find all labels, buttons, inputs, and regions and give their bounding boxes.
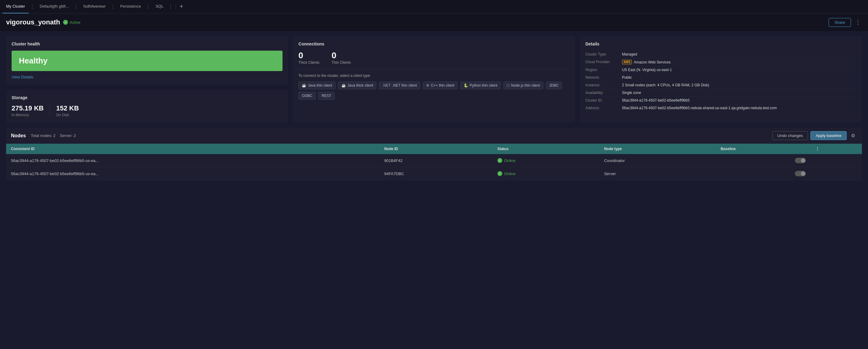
table-row: 56ac3944-a176-4507-be02-b5ee6eff96b5-us-…: [6, 154, 862, 167]
page-header: vigorous_yonath Active Share ⋮: [0, 13, 868, 31]
td-node-type: Server: [599, 167, 716, 180]
status-badge: Active: [63, 20, 80, 25]
client-btn-cpp-thin[interactable]: ⚙C++ thin client: [423, 82, 458, 89]
detail-row: Cloud Provider:AWSAmazon Web Services: [586, 58, 857, 66]
detail-row: Cluster Type:Managed: [586, 51, 857, 58]
baseline-toggle[interactable]: [795, 171, 806, 176]
detail-row: Availability:Single zone: [586, 89, 857, 97]
thin-clients-count: 0 Thin Clients: [332, 51, 351, 65]
page-title: vigorous_yonath: [6, 18, 60, 26]
storage-title: Storage: [11, 95, 282, 100]
tab-2-dots[interactable]: ⋮: [110, 4, 117, 9]
tab-my-cluster[interactable]: My Cluster: [2, 0, 29, 13]
details-title: Details: [586, 41, 857, 47]
nodes-title: Nodes: [11, 133, 26, 139]
tab-separator: [176, 4, 176, 10]
storage-card: Storage 275.19 KB In-Memory 152 KB On Di…: [6, 90, 288, 123]
details-card: Details Cluster Type:ManagedCloud Provid…: [580, 36, 862, 123]
nodes-table-body: 56ac3944-a176-4507-be02-b5ee6eff96b5-us-…: [6, 154, 862, 180]
title-group: vigorous_yonath Active: [6, 18, 81, 26]
status-label: Active: [69, 20, 80, 25]
view-details-link[interactable]: View Details: [11, 75, 33, 79]
connections-card: Connections 0 Thick Clients 0 Thin Clien…: [293, 36, 575, 123]
td-node-id: 901B4F42: [379, 154, 493, 167]
detail-row: Address:56ac3944-a176-4507-be02-b5ee6eff…: [586, 104, 857, 112]
td-consistent-id: 56ac3944-a176-4507-be02-b5ee6eff96b5-us-…: [6, 154, 379, 167]
client-btn-odbc[interactable]: ODBC: [299, 92, 316, 100]
tab-defaultgfh[interactable]: Defaultgfh gfdf...: [36, 0, 72, 13]
nodes-section: Nodes Total nodes: 2 Server: 2 Undo chan…: [6, 127, 862, 180]
tab-0-dots[interactable]: ⋮: [29, 4, 36, 9]
nodes-header: Nodes Total nodes: 2 Server: 2 Undo chan…: [6, 127, 862, 144]
client-btn-nodejs-thin[interactable]: ⬡Node.js thin client: [503, 82, 544, 89]
storage-divider: [50, 105, 50, 117]
storage-on-disk: 152 KB On Disk: [56, 104, 79, 117]
header-menu-icon[interactable]: ⋮: [854, 18, 862, 27]
th-baseline: Baseline: [716, 144, 810, 154]
table-header-row: Consistent ID Node ID Status Node type B…: [6, 144, 862, 154]
th-node-type: Node type: [599, 144, 716, 154]
detail-row: Region:US East (N. Virginia) us-east-1: [586, 66, 857, 74]
tab-bar: My Cluster ⋮ Defaultgfh gfdf... ⋮ fsdfsf…: [0, 0, 868, 13]
storage-in-memory: 275.19 KB In-Memory: [11, 104, 43, 117]
detail-row: Network:Public: [586, 74, 857, 82]
connections-title: Connections: [299, 41, 569, 47]
client-btn-jdbc[interactable]: JDBC: [546, 82, 562, 89]
client-btn-net-thin[interactable]: .NET.NET thin client: [379, 82, 420, 89]
tab-persistence[interactable]: Persistence: [117, 0, 145, 13]
td-baseline: [716, 154, 810, 167]
td-consistent-id: 56ac3944-a176-4507-be02-b5ee6eff96b5-us-…: [6, 167, 379, 180]
details-table: Cluster Type:ManagedCloud Provider:AWSAm…: [586, 51, 857, 112]
client-btn-java-thin[interactable]: ☕Java thin client: [299, 82, 335, 89]
add-tab-button[interactable]: +: [177, 3, 186, 10]
cluster-health-card: Cluster health Healthy View Details: [6, 36, 288, 85]
tab-3-dots[interactable]: ⋮: [145, 4, 152, 9]
health-status-badge: Healthy: [11, 51, 282, 71]
nodes-meta: Total nodes: 2 Server: 2: [31, 133, 76, 138]
td-node-id: 94FA7DBC: [379, 167, 493, 180]
online-status-dot: [497, 171, 502, 176]
on-disk-value: 152 KB: [56, 104, 79, 112]
connect-desc: To connect to the cluster, select a clie…: [299, 74, 569, 78]
th-node-id: Node ID: [379, 144, 493, 154]
on-disk-label: On Disk: [56, 113, 79, 117]
tab-sql[interactable]: SQL: [152, 0, 167, 13]
nodes-table: Consistent ID Node ID Status Node type B…: [6, 144, 862, 180]
connections-counts: 0 Thick Clients 0 Thin Clients: [299, 51, 569, 69]
undo-changes-button[interactable]: Undo changes: [772, 131, 808, 140]
tab-fsdfsfwerewr[interactable]: fsdfsfwerewr: [80, 0, 110, 13]
tab-4-dots[interactable]: ⋮: [167, 4, 174, 9]
client-btn-python-thin[interactable]: 🐍Python thin client: [460, 82, 501, 89]
cluster-health-title: Cluster health: [11, 41, 282, 47]
detail-row: Cluster ID:56ac3944-a176-4507-be02-b5ee6…: [586, 97, 857, 104]
cards-row: Cluster health Healthy View Details Stor…: [6, 36, 862, 123]
td-status: Online: [493, 167, 599, 180]
baseline-toggle[interactable]: [795, 158, 806, 163]
nodes-actions: Undo changes Apply baseline ⚙: [772, 131, 857, 140]
apply-baseline-button[interactable]: Apply baseline: [810, 131, 847, 140]
td-node-type: Coordinator: [599, 154, 716, 167]
td-baseline: [716, 167, 810, 180]
td-row-menu: [811, 154, 862, 167]
online-status-dot: [497, 158, 502, 163]
active-status-dot: [63, 20, 68, 25]
in-memory-value: 275.19 KB: [11, 104, 43, 112]
header-actions: Share ⋮: [829, 18, 862, 27]
thick-clients-count: 0 Thick Clients: [299, 51, 319, 65]
share-button[interactable]: Share: [829, 18, 851, 27]
storage-row: 275.19 KB In-Memory 152 KB On Disk: [11, 104, 282, 117]
table-row: 56ac3944-a176-4507-be02-b5ee6eff96b5-us-…: [6, 167, 862, 180]
td-row-menu: [811, 167, 862, 180]
client-btn-java-thick[interactable]: ☕Java thick client: [338, 82, 377, 89]
th-consistent-id: Consistent ID: [6, 144, 379, 154]
main-content: Cluster health Healthy View Details Stor…: [0, 31, 868, 185]
in-memory-label: In-Memory: [11, 113, 43, 117]
th-menu[interactable]: ⋮: [811, 144, 862, 154]
client-buttons: ☕Java thin client☕Java thick client.NET.…: [299, 82, 569, 100]
td-status: Online: [493, 154, 599, 167]
th-status: Status: [493, 144, 599, 154]
nodes-settings-button[interactable]: ⚙: [849, 132, 857, 140]
tab-1-dots[interactable]: ⋮: [72, 4, 80, 9]
detail-row: Instance:2 Small nodes (each: 4 CPUs, 4 …: [586, 82, 857, 89]
client-btn-rest[interactable]: REST: [318, 92, 335, 100]
